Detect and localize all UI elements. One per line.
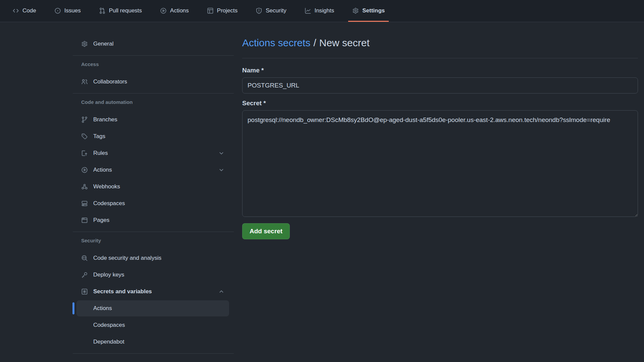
chevron-down-icon	[218, 167, 224, 173]
codespaces-icon	[81, 200, 88, 207]
page-title: Actions secrets/New secret	[242, 36, 638, 50]
sidebar-divider	[73, 353, 234, 354]
nav-tab-label: Settings	[362, 7, 385, 14]
sidebar-subitem-label: Codespaces	[93, 322, 125, 328]
breadcrumb-actions-secrets-link[interactable]: Actions secrets	[242, 37, 310, 48]
nav-tab-label: Projects	[217, 7, 237, 14]
table-icon	[207, 7, 214, 14]
sidebar-item-actions[interactable]: Actions	[76, 162, 229, 178]
nav-tab-label: Security	[266, 7, 286, 14]
sidebar-item-code-security-and-analysis[interactable]: Code security and analysis	[76, 250, 229, 266]
sidebar-item-collaborators[interactable]: Collaborators	[76, 74, 229, 90]
add-secret-button[interactable]: Add secret	[242, 223, 290, 239]
sidebar-section-header-access: Access	[73, 60, 234, 68]
sidebar-item-label: Pages	[93, 217, 109, 224]
github-repo-settings-page: Code Issues Pull requests Actions Projec…	[0, 0, 644, 362]
nav-tab-label: Insights	[315, 7, 334, 14]
sidebar-item-branches[interactable]: Branches	[76, 112, 229, 128]
breadcrumb-separator: /	[313, 37, 316, 48]
asterisk-box-icon	[81, 288, 88, 295]
key-icon	[81, 272, 88, 278]
sidebar-item-secrets-and-variables[interactable]: Secrets and variables	[76, 284, 229, 300]
sidebar-item-label: Actions	[93, 167, 112, 173]
sidebar-item-webhooks[interactable]: Webhooks	[76, 179, 229, 195]
codescan-icon	[81, 255, 88, 261]
sidebar-divider	[73, 55, 234, 56]
nav-tab-label: Actions	[170, 7, 189, 14]
chevron-down-icon	[218, 150, 224, 156]
secret-name-input[interactable]	[242, 77, 638, 94]
breadcrumb-current: New secret	[319, 37, 370, 48]
selected-indicator-bar	[72, 302, 74, 314]
sidebar-subitem-dependabot[interactable]: Dependabot	[76, 334, 229, 350]
sidebar-subitem-label: Actions	[93, 305, 112, 312]
name-label: Name *	[242, 66, 638, 74]
nav-tab-pull-requests[interactable]: Pull requests	[95, 0, 146, 22]
new-secret-panel: Actions secrets/New secret Name * Secret…	[242, 22, 638, 239]
gear-icon	[81, 41, 88, 47]
nav-tab-issues[interactable]: Issues	[50, 0, 85, 22]
sidebar-item-label: Webhooks	[93, 183, 120, 190]
nav-tab-label: Issues	[64, 7, 81, 14]
title-divider	[242, 58, 638, 58]
sidebar-item-general[interactable]: General	[76, 36, 229, 52]
sidebar-item-codespaces[interactable]: Codespaces	[76, 195, 229, 212]
secret-label: Secret *	[242, 99, 638, 107]
rules-icon	[81, 150, 88, 157]
nav-tab-projects[interactable]: Projects	[203, 0, 241, 22]
sidebar-item-label: Secrets and variables	[93, 288, 152, 295]
play-icon	[81, 167, 88, 173]
play-icon	[160, 7, 167, 14]
nav-tab-settings[interactable]: Settings	[348, 0, 389, 22]
sidebar-section-header-security: Security	[73, 237, 234, 245]
sidebar-item-label: Deploy keys	[93, 272, 124, 278]
git-pull-request-icon	[99, 7, 106, 14]
nav-tab-label: Code	[22, 7, 36, 14]
sidebar-item-label: Codespaces	[93, 200, 125, 207]
secret-value-textarea[interactable]: postgresql://neondb_owner:DScMb8sy2BdO@e…	[242, 110, 638, 217]
code-icon	[12, 7, 19, 14]
browser-icon	[81, 217, 88, 224]
nav-tab-actions[interactable]: Actions	[156, 0, 193, 22]
nav-tab-code[interactable]: Code	[8, 0, 40, 22]
webhook-icon	[81, 183, 88, 190]
sidebar-item-rules[interactable]: Rules	[76, 145, 229, 161]
sidebar-item-tags[interactable]: Tags	[76, 128, 229, 144]
sidebar-item-label: Rules	[93, 150, 108, 157]
git-branch-icon	[81, 116, 88, 123]
graph-icon	[305, 7, 311, 14]
sidebar-subitem-codespaces[interactable]: Codespaces	[76, 317, 229, 333]
sidebar-item-label: Tags	[93, 133, 105, 140]
sidebar-item-deploy-keys[interactable]: Deploy keys	[76, 267, 229, 283]
settings-sidebar: General Access Collaborators Code and au…	[73, 22, 234, 357]
shield-icon	[256, 7, 262, 14]
people-icon	[81, 78, 88, 85]
sidebar-subitem-actions-selected[interactable]: Actions	[76, 300, 229, 316]
sidebar-divider	[73, 93, 234, 94]
sidebar-item-label: Branches	[93, 116, 117, 123]
sidebar-item-pages[interactable]: Pages	[76, 212, 229, 228]
nav-tab-security[interactable]: Security	[252, 0, 290, 22]
chevron-up-icon	[218, 289, 224, 295]
tag-icon	[81, 133, 88, 140]
nav-tab-label: Pull requests	[109, 7, 142, 14]
nav-tab-insights[interactable]: Insights	[301, 0, 338, 22]
sidebar-section-header-code-and-automation: Code and automation	[73, 98, 234, 106]
issue-opened-icon	[54, 7, 61, 14]
gear-icon	[352, 7, 359, 14]
sidebar-divider	[73, 232, 234, 232]
sidebar-item-label: General	[93, 41, 113, 47]
sidebar-item-label: Code security and analysis	[93, 255, 161, 261]
sidebar-subitem-label: Dependabot	[93, 339, 124, 345]
sidebar-item-label: Collaborators	[93, 78, 127, 85]
repo-nav: Code Issues Pull requests Actions Projec…	[0, 0, 644, 22]
